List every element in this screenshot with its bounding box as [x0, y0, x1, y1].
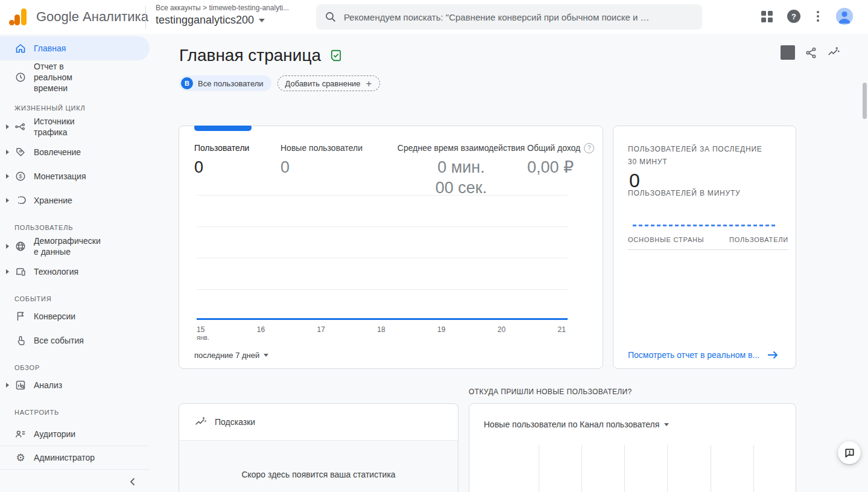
sidebar-footer: [0, 470, 150, 492]
acquisition-chart-selector[interactable]: Новые пользователи по Канал пользователя: [484, 420, 669, 429]
chart-gridline: [711, 445, 711, 492]
engagement-icon: [14, 146, 27, 158]
realtime-table-header: ОСНОВНЫЕ СТРАНЫ ПОЛЬЗОВАТЕЛИ: [628, 236, 788, 250]
insights-card: Подсказки Скоро здесь появится ваша стат…: [179, 403, 458, 492]
expand-arrow-icon[interactable]: [0, 269, 14, 274]
sidebar-item-technology[interactable]: Технология: [0, 260, 150, 284]
sidebar-section-lifecycle: ЖИЗНЕННЫЙ ЦИКЛ: [0, 103, 150, 113]
metric-tab-avg-engagement-time[interactable]: Среднее время взаимодействия 0 мин. 00 с…: [395, 142, 527, 197]
scrollbar-thumb[interactable]: [863, 83, 867, 119]
topbar-divider: [145, 6, 146, 29]
sidebar-item-all-events[interactable]: Все события: [0, 328, 150, 353]
apps-grid-icon[interactable]: [761, 11, 773, 23]
chart-gridline: [197, 258, 568, 258]
comparison-chips: В Все пользователи Добавить сравнение +: [179, 75, 380, 91]
breadcrumb[interactable]: Все аккаунты > timeweb-testing-analyti..…: [156, 4, 289, 12]
chart-gridline: [197, 226, 568, 227]
monetization-icon: $: [14, 170, 27, 182]
apps-grid-square: [761, 18, 766, 22]
chart-gridline: [581, 445, 582, 492]
expand-arrow-icon[interactable]: [0, 244, 14, 249]
dot: [817, 19, 819, 22]
avatar[interactable]: [836, 8, 853, 25]
plus-icon: +: [366, 78, 372, 89]
account-name[interactable]: testingganalytics200: [156, 14, 254, 27]
view-realtime-link[interactable]: Посмотреть отчет в реальном в...: [628, 350, 779, 360]
metric-value: 0: [194, 158, 280, 177]
sidebar-item-demographics[interactable]: Демографические данные: [0, 233, 150, 260]
metric-tabs: Пользователи 0 Новые пользователи 0 Сред…: [194, 142, 606, 197]
arrow-right-icon: [767, 350, 779, 360]
retention-icon: [14, 194, 27, 206]
help-icon[interactable]: ?: [787, 10, 800, 23]
expand-arrow-icon[interactable]: [0, 383, 14, 388]
feedback-button[interactable]: [838, 441, 861, 464]
search-input[interactable]: [344, 12, 694, 22]
analytics-logo-icon[interactable]: [8, 7, 28, 30]
sidebar-item-conversions[interactable]: Конверсии: [0, 304, 150, 328]
sidebar-item-analysis[interactable]: Анализ: [0, 373, 150, 397]
share-icon[interactable]: [805, 46, 817, 59]
sidebar-item-home[interactable]: Главная: [0, 36, 150, 60]
technology-icon: [14, 266, 27, 278]
triangle: [6, 174, 9, 179]
sidebar-item-retention[interactable]: Хранение: [0, 188, 150, 212]
sidebar-item-monetization[interactable]: $ Монетизация: [0, 164, 150, 188]
sidebar-item-label: Отчет в реальном времени: [34, 61, 89, 94]
metric-tab-new-users[interactable]: Новые пользователи 0: [280, 142, 395, 197]
insights-title: Подсказки: [215, 417, 255, 427]
sidebar-item-label: Главная: [34, 43, 109, 54]
customize-icon[interactable]: [781, 45, 795, 60]
chart-gridline: [753, 445, 754, 492]
acquisition-chart-title: Новые пользователи по Канал пользователя: [484, 420, 659, 429]
expand-arrow-icon[interactable]: [0, 198, 14, 203]
verified-icon[interactable]: [329, 49, 343, 62]
expand-arrow-icon[interactable]: [0, 124, 14, 129]
triangle: [6, 198, 9, 203]
add-comparison-chip[interactable]: Добавить сравнение +: [277, 75, 380, 91]
sidebar-item-label: Аудитории: [34, 429, 109, 439]
help-circle-icon[interactable]: ?: [584, 143, 594, 153]
sidebar-item-label: Вовлечение: [34, 147, 109, 158]
all-users-chip[interactable]: В Все пользователи: [179, 75, 271, 91]
realtime-card: ПОЛЬЗОВАТЕЛЕЙ ЗА ПОСЛЕДНИЕ 30 МИНУТ 0 ПО…: [613, 126, 796, 369]
feedback-icon: [844, 447, 855, 459]
expand-arrow-icon[interactable]: [0, 150, 14, 155]
audiences-icon: [14, 428, 27, 440]
clock-icon: [14, 71, 27, 83]
x-tick: 16: [257, 325, 265, 334]
expand-arrow-icon[interactable]: [0, 174, 14, 179]
metric-label: Пользователи: [194, 142, 280, 154]
sidebar-item-label: Анализ: [34, 380, 109, 391]
collapse-icon[interactable]: [128, 477, 138, 487]
metric-tab-total-revenue[interactable]: Общий доход? 0,00 ₽: [527, 142, 606, 197]
insights-header: Подсказки: [179, 404, 458, 441]
sidebar-item-admin[interactable]: ⚙ Администратор: [0, 446, 150, 469]
metric-tab-users[interactable]: Пользователи 0: [194, 142, 280, 197]
search-bar[interactable]: [316, 4, 702, 30]
chart-gridline: [667, 445, 668, 492]
sidebar-section-user: ПОЛЬЗОВАТЕЛЬ: [0, 222, 150, 233]
chart-gridline: [539, 445, 539, 492]
metric-label-text: Общий доход: [527, 143, 580, 153]
apps-grid-square: [768, 18, 773, 22]
chevron-down-icon: [264, 354, 268, 357]
x-tick: 20: [498, 325, 505, 334]
sidebar-item-label: Хранение: [34, 195, 109, 206]
svg-text:$: $: [19, 173, 22, 179]
sidebar-item-audiences[interactable]: Аудитории: [0, 423, 150, 446]
account-selector[interactable]: testingganalytics200: [156, 14, 289, 27]
metric-label: Среднее время взаимодействия: [398, 142, 525, 154]
sidebar-item-label: Монетизация: [34, 171, 109, 182]
date-range-selector[interactable]: последние 7 дней: [194, 351, 268, 360]
insights-icon[interactable]: [827, 46, 840, 59]
home-icon: [14, 42, 27, 54]
more-vert-icon[interactable]: [816, 11, 820, 22]
x-tick: 21: [558, 325, 566, 334]
chevron-down-icon: [259, 19, 265, 22]
sidebar-item-realtime[interactable]: Отчет в реальном времени: [0, 60, 150, 94]
account-switcher[interactable]: Все аккаунты > timeweb-testing-analyti..…: [156, 4, 289, 27]
sidebar-item-acquisition[interactable]: Источники трафика: [0, 113, 150, 140]
sidebar-item-engagement[interactable]: Вовлечение: [0, 140, 150, 164]
main-content: Главная страница В Все пользователи Доба…: [150, 34, 868, 492]
